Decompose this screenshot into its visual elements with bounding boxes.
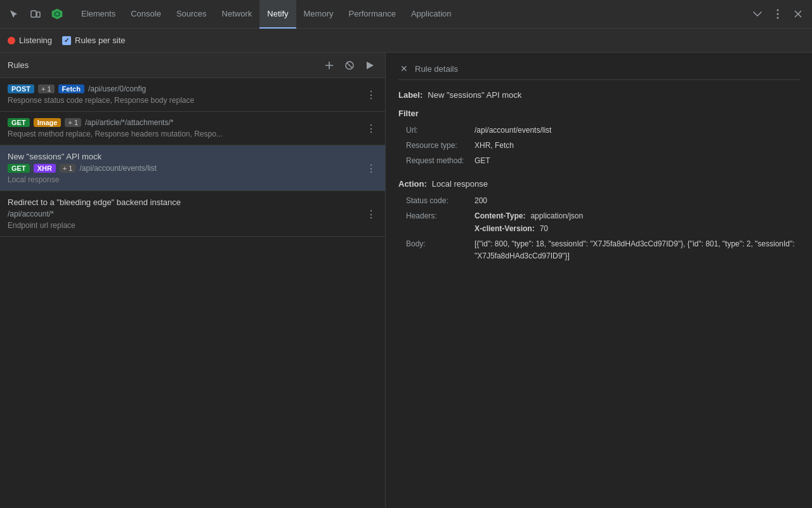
rules-per-site-label: Rules per site	[75, 36, 125, 45]
devtools-icons	[5, 5, 66, 23]
tab-performance[interactable]: Performance	[341, 0, 403, 29]
header-val-2: 70	[540, 223, 548, 234]
badge-image: Image	[34, 118, 62, 127]
badge-xhr: XHR	[34, 164, 56, 173]
header-pair-2: X-client-Version: 70	[475, 223, 799, 234]
label-key: Label:	[398, 90, 422, 100]
listening-indicator	[8, 37, 15, 44]
cursor-icon[interactable]	[5, 5, 23, 23]
block-icon[interactable]	[342, 58, 357, 73]
badge-count-1: + 1	[38, 84, 55, 93]
add-rule-icon[interactable]	[322, 58, 337, 73]
rules-header: Rules	[0, 53, 385, 78]
status-code-row: Status code: 200	[398, 195, 799, 206]
url-key: Url:	[398, 124, 475, 136]
svg-point-5	[777, 10, 779, 11]
svg-line-13	[347, 63, 352, 68]
extensions-icon[interactable]	[48, 5, 66, 23]
label-value: New "sessions" API mock	[428, 90, 521, 100]
url-row: Url: /api/account/events/list	[398, 124, 799, 136]
header-pair-1: Content-Type: application/json	[475, 210, 799, 222]
header-key-2: X-client-Version:	[475, 223, 535, 234]
rule-details-title: Rule details	[415, 64, 458, 74]
rules-title: Rules	[8, 60, 322, 70]
more-options-icon[interactable]	[769, 5, 787, 23]
svg-rect-1	[37, 12, 40, 17]
header-val-1: application/json	[530, 210, 583, 222]
filter-title: Filter	[398, 109, 799, 118]
request-method-key: Request method:	[398, 155, 475, 166]
svg-rect-0	[31, 11, 36, 17]
rule-desc-4: Endpoint url replace	[8, 221, 377, 230]
rule-more-4[interactable]: ⋮	[363, 205, 379, 222]
headers-key: Headers:	[398, 210, 475, 234]
rule-desc-3: Local response	[8, 175, 377, 184]
rule-url-4: /api/account/*	[8, 210, 377, 218]
left-panel: Rules	[0, 53, 386, 508]
rule-item-2-badges: GET Image + 1 /api/article/*/attachments…	[8, 118, 377, 127]
tab-netify[interactable]: Netify	[259, 0, 296, 29]
rule-more-1[interactable]: ⋮	[363, 86, 379, 104]
main-content: Rules	[0, 53, 812, 508]
headers-row: Headers: Content-Type: application/json …	[398, 210, 799, 234]
rule-item-1[interactable]: POST + 1 Fetch /api/user/0/config Respon…	[0, 78, 385, 112]
rule-more-3[interactable]: ⋮	[363, 159, 379, 177]
action-key: Action:	[398, 179, 427, 189]
rule-url-3: /api/account/events/list	[79, 164, 156, 173]
svg-point-6	[777, 13, 779, 15]
filter-section: Filter Url: /api/account/events/list Res…	[398, 109, 799, 166]
request-method-row: Request method: GET	[398, 155, 799, 166]
svg-point-4	[56, 13, 58, 15]
status-code-key: Status code:	[398, 195, 475, 206]
right-panel: ✕ Rule details Label: New "sessions" API…	[386, 53, 812, 508]
rule-name-4: Redirect to a "bleeding edge" backend in…	[8, 197, 377, 207]
label-row: Label: New "sessions" API mock	[398, 90, 799, 100]
device-mode-icon[interactable]	[27, 5, 44, 23]
tab-application[interactable]: Application	[403, 0, 459, 29]
body-row: Body: [{"id": 800, "type": 18, "sessionI…	[398, 238, 799, 262]
second-toolbar: Listening ✓ Rules per site	[0, 29, 812, 53]
rule-url-2: /api/article/*/attachments/*	[85, 118, 173, 127]
rule-item-1-badges: POST + 1 Fetch /api/user/0/config	[8, 84, 377, 93]
rule-more-2[interactable]: ⋮	[363, 120, 379, 137]
listening-label: Listening	[19, 36, 52, 45]
badge-count-2: + 1	[65, 118, 81, 127]
topbar-actions	[749, 5, 807, 23]
rules-per-site-toggle[interactable]: ✓ Rules per site	[62, 36, 125, 45]
devtools-nav: Elements Console Sources Network Netify …	[74, 0, 459, 29]
rule-item-3[interactable]: New "sessions" API mock GET XHR + 1 /api…	[0, 145, 385, 191]
action-row: Action: Local response	[398, 179, 799, 189]
tab-elements[interactable]: Elements	[74, 0, 123, 29]
listening-toggle[interactable]: Listening	[8, 36, 52, 45]
rule-url-1: /api/user/0/config	[88, 84, 146, 93]
rule-item-2[interactable]: GET Image + 1 /api/article/*/attachments…	[0, 112, 385, 145]
badge-get-3: GET	[8, 164, 30, 173]
tab-console[interactable]: Console	[123, 0, 169, 29]
svg-point-7	[777, 17, 779, 19]
rule-desc-2: Request method replace, Response headers…	[8, 130, 377, 138]
top-navigation-bar: Elements Console Sources Network Netify …	[0, 0, 812, 29]
body-key: Body:	[398, 238, 475, 262]
resource-type-value: XHR, Fetch	[475, 140, 799, 151]
headers-values: Content-Type: application/json X-client-…	[475, 210, 799, 234]
rule-name-3: New "sessions" API mock	[8, 152, 377, 161]
body-value: [{"id": 800, "type": 18, "sessionId": "X…	[475, 238, 799, 262]
more-tabs-icon[interactable]	[749, 5, 766, 23]
close-devtools-icon[interactable]	[789, 5, 807, 23]
rules-per-site-checkbox: ✓	[62, 36, 71, 45]
badge-post: POST	[8, 84, 34, 93]
rule-item-4[interactable]: Redirect to a "bleeding edge" backend in…	[0, 191, 385, 237]
status-code-value: 200	[475, 195, 799, 206]
rule-desc-1: Response status code replace, Response b…	[8, 96, 377, 105]
play-icon[interactable]	[362, 58, 377, 73]
badge-fetch: Fetch	[58, 84, 84, 93]
action-section: Action: Local response Status code: 200 …	[398, 179, 799, 262]
url-value: /api/account/events/list	[475, 124, 799, 136]
tab-memory[interactable]: Memory	[296, 0, 341, 29]
resource-type-key: Resource type:	[398, 140, 475, 151]
tab-sources[interactable]: Sources	[169, 0, 214, 29]
tab-network[interactable]: Network	[214, 0, 260, 29]
badge-get-2: GET	[8, 118, 30, 127]
request-method-value: GET	[475, 155, 799, 166]
close-rule-details-icon[interactable]: ✕	[398, 63, 410, 74]
